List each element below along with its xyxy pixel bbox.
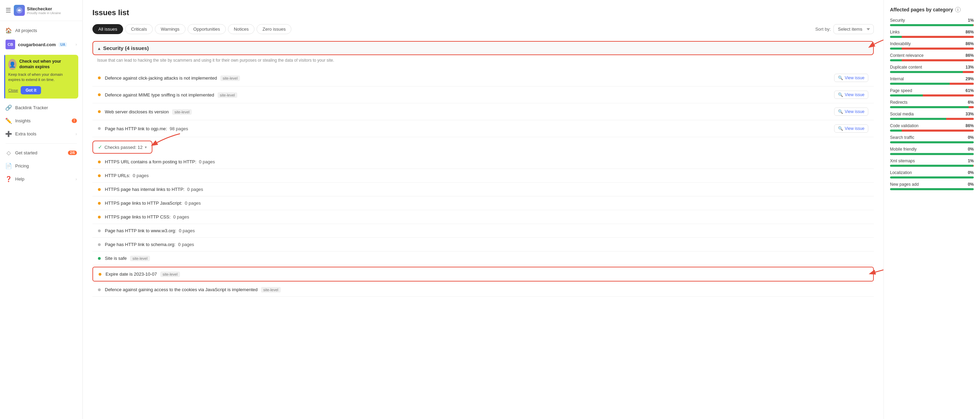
category-percentage: 86%	[966, 123, 974, 128]
issue-name: HTTPS page has internal links to HTTP: 0…	[105, 187, 868, 192]
category-percentage: 0%	[968, 147, 974, 152]
passed-issue-https-form: HTTPS URL contains a form posting to HTT…	[92, 155, 874, 169]
bar-red-segment	[963, 71, 974, 73]
sidebar-item-help[interactable]: ❓ Help ›	[0, 173, 83, 186]
domain-badge: UA	[59, 42, 67, 47]
issue-name: Defence against click-jacking attacks is…	[105, 75, 830, 81]
passed-issue-https-js: HTTPS page links to HTTP JavaScript: 0 p…	[92, 197, 874, 210]
tab-criticals[interactable]: Criticals	[125, 24, 153, 34]
notification-box: 👤 Check out when your domain expires Kee…	[4, 55, 78, 98]
progress-bar	[890, 59, 974, 61]
sidebar-item-pricing[interactable]: 📄 Pricing	[0, 160, 83, 173]
view-issue-button[interactable]: 🔍 View issue	[834, 124, 868, 133]
sort-by-area: Sort by: Select itemsIssue namePages cou…	[815, 24, 874, 34]
bar-red-segment	[902, 36, 974, 38]
category-item: Security1%	[890, 18, 974, 26]
issue-row-mime-sniffing: Defence against MIME type sniffing is no…	[92, 86, 874, 103]
sidebar-header: ☰ Sitechecker Proudly made in Ukraine	[0, 0, 83, 21]
tab-opportunities[interactable]: Opportunities	[188, 24, 226, 34]
sidebar-item-get-started[interactable]: ◇ Get started 2/6	[0, 146, 83, 160]
bar-green-segment	[890, 106, 969, 108]
sort-by-label: Sort by:	[815, 27, 831, 32]
issue-name: Defence against gaining access to the co…	[105, 287, 868, 292]
sidebar-item-label: Insights	[15, 118, 68, 123]
security-section-header[interactable]: ▴ Security (4 issues)	[92, 41, 874, 55]
category-item: Localization0%	[890, 170, 974, 178]
issue-name: Web server discloses its version site-le…	[105, 109, 830, 114]
checks-passed-toggle[interactable]: ✓ Checks passed: 12 ▾	[92, 141, 153, 154]
issues-list: Defence against click-jacking attacks is…	[92, 70, 874, 137]
progress-bar	[890, 188, 974, 190]
checks-passed-label: Checks passed: 12	[105, 145, 143, 150]
sidebar-item-extra-tools[interactable]: ➕ Extra tools ›	[0, 127, 83, 141]
notification-avatar: 👤	[8, 59, 17, 70]
category-name: Links	[890, 30, 900, 35]
severity-dot	[98, 202, 101, 205]
sidebar-item-label: All projects	[15, 28, 77, 33]
tab-zero-issues[interactable]: Zero issues	[256, 24, 291, 34]
bar-green-segment	[890, 83, 950, 85]
view-issue-button[interactable]: 🔍 View issue	[834, 90, 868, 99]
issue-name: Expire date is 2023-10-07 site-level	[105, 271, 868, 277]
category-item: Internal29%	[890, 76, 974, 85]
sidebar-item-backlink-tracker[interactable]: 🔗 Backlink Tracker	[0, 101, 83, 114]
category-percentage: 0%	[968, 135, 974, 140]
category-name: Mobile friendly	[890, 147, 916, 152]
severity-dot	[98, 216, 101, 219]
sidebar-item-label: Get started	[15, 150, 64, 156]
issue-name: Page has HTTP link to schema.org: 0 page…	[105, 242, 868, 247]
menu-icon[interactable]: ☰	[6, 6, 11, 14]
bar-green-segment	[890, 59, 902, 61]
annotation-arrow-1	[866, 35, 883, 52]
category-name: Localization	[890, 170, 912, 175]
info-icon[interactable]: i	[955, 7, 961, 13]
issue-name: Page has HTTP link to www.w3.org: 0 page…	[105, 228, 868, 233]
bar-green-segment	[890, 118, 946, 120]
progress-fill-green	[890, 188, 974, 190]
severity-dot	[98, 76, 101, 79]
domain-item[interactable]: CB cougarboard.com UA ›	[0, 37, 83, 52]
category-percentage: 13%	[966, 65, 974, 70]
category-percentage: 0%	[968, 182, 974, 187]
category-name: New pages add	[890, 182, 919, 187]
severity-dot	[98, 257, 101, 260]
sidebar-item-insights[interactable]: ✏️ Insights !	[0, 114, 83, 127]
plus-icon: ➕	[6, 131, 12, 137]
bar-red-segment	[902, 130, 974, 132]
tab-notices[interactable]: Notices	[228, 24, 255, 34]
issue-row-ogp: Page has HTTP link to ogp.me: 98 pages 🔍…	[92, 120, 874, 137]
notification-close-link[interactable]: Close	[8, 88, 18, 92]
passed-issue-site-safe: Site is safe site-level	[92, 252, 874, 265]
category-item: Code validation86%	[890, 123, 974, 132]
progress-bar	[890, 48, 974, 49]
sort-select[interactable]: Select itemsIssue namePages countSeverit…	[834, 24, 874, 34]
passed-issue-https-css: HTTPS page links to HTTP CSS: 0 pages	[92, 210, 874, 224]
notification-got-it-button[interactable]: Got it	[21, 86, 41, 94]
severity-dot	[98, 160, 101, 163]
passed-issue-https-internal: HTTPS page has internal links to HTTP: 0…	[92, 183, 874, 197]
severity-dot	[98, 188, 101, 191]
progress-fill-green	[890, 153, 974, 155]
app-subtitle: Proudly made in Ukraine	[27, 11, 61, 15]
passed-issue-expire-date: Expire date is 2023-10-07 site-level	[92, 267, 874, 281]
notification-title: Check out when your domain expires	[19, 59, 74, 70]
progress-bar	[890, 141, 974, 143]
tab-all-issues[interactable]: All issues	[92, 24, 123, 34]
app-name: Sitechecker	[27, 6, 61, 11]
right-panel: Affected pages by category i Security1%L…	[883, 0, 980, 419]
progress-fill-green	[890, 141, 974, 143]
category-item: Xml sitemaps1%	[890, 159, 974, 167]
domain-expand-icon[interactable]: ›	[76, 42, 77, 47]
category-percentage: 86%	[966, 30, 974, 35]
insights-badge: !	[72, 119, 77, 123]
security-section-description: Issue that can lead to hacking the site …	[92, 56, 874, 65]
view-issue-button[interactable]: 🔍 View issue	[834, 108, 868, 116]
sidebar-item-all-projects[interactable]: 🏠 All projects	[0, 24, 83, 37]
view-issue-button[interactable]: 🔍 View issue	[834, 74, 868, 82]
progress-bar	[890, 94, 974, 97]
category-item: Redirects6%	[890, 100, 974, 108]
bar-red-segment	[973, 24, 974, 26]
tab-warnings[interactable]: Warnings	[155, 24, 185, 34]
category-name: Internal	[890, 76, 904, 81]
category-name: Page speed	[890, 88, 912, 93]
